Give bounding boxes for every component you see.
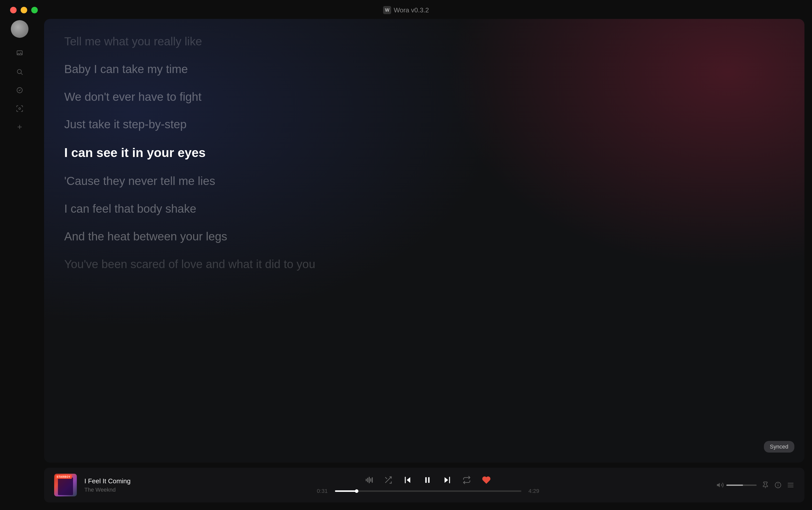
lyric-line: You've been scared of love and what it d… (64, 257, 784, 272)
volume-icon[interactable] (716, 481, 724, 489)
svg-point-4 (19, 108, 21, 109)
lyrics-card: Tell me what you really like Baby I can … (44, 19, 805, 463)
player-bar: STARBOY I Feel It Coming The Weeknd (44, 468, 805, 503)
album-art: STARBOY (54, 474, 77, 497)
tasks-icon[interactable] (12, 83, 26, 97)
app-icon: W (383, 6, 391, 14)
search-icon[interactable] (12, 65, 26, 79)
album-figure (58, 478, 73, 495)
app-title-text: Wora v0.3.2 (394, 6, 429, 14)
scan-icon[interactable] (12, 102, 26, 115)
track-info: I Feel It Coming The Weeknd (84, 477, 140, 493)
shuffle-button[interactable] (384, 476, 392, 484)
pin-icon[interactable] (762, 481, 769, 489)
info-icon[interactable] (774, 481, 782, 489)
synced-badge: Synced (764, 441, 794, 453)
track-name: I Feel It Coming (84, 477, 140, 485)
svg-line-2 (21, 73, 23, 75)
progress-area: 0:31 4:29 (315, 488, 541, 494)
album-label: STARBOY (55, 475, 72, 479)
favorite-button[interactable] (482, 476, 491, 484)
minimize-button[interactable] (21, 7, 27, 13)
volume-area (716, 481, 757, 489)
queue-icon[interactable] (787, 481, 794, 489)
avatar[interactable] (11, 20, 28, 38)
previous-button[interactable] (403, 476, 412, 484)
volume-fill (726, 485, 743, 486)
repeat-button[interactable] (462, 476, 471, 484)
maximize-button[interactable] (31, 7, 38, 13)
svg-point-1 (17, 69, 21, 73)
next-button[interactable] (443, 476, 451, 484)
svg-rect-12 (428, 477, 429, 483)
title-bar: W Wora v0.3.2 (0, 0, 812, 20)
close-button[interactable] (10, 7, 17, 13)
progress-bar[interactable] (335, 490, 521, 492)
sidebar (0, 0, 39, 510)
svg-marker-15 (717, 483, 720, 487)
pause-button[interactable] (423, 476, 432, 484)
add-icon[interactable] (12, 120, 26, 134)
svg-marker-13 (445, 477, 448, 483)
current-time: 0:31 (315, 488, 330, 494)
svg-line-8 (385, 477, 387, 479)
lyric-line-active: I can see it in your eyes (64, 145, 784, 161)
content-area: Tell me what you really like Baby I can … (39, 0, 812, 510)
lyric-line: I can feel that body shake (64, 201, 784, 217)
lyric-line: Just take it step-by-step (64, 117, 784, 132)
traffic-lights (10, 7, 38, 13)
lyrics-container: Tell me what you really like Baby I can … (44, 19, 805, 463)
right-controls (716, 481, 794, 489)
player-controls (366, 476, 491, 484)
library-icon[interactable] (12, 46, 26, 60)
waveform-button[interactable] (366, 477, 373, 484)
lyric-line: Tell me what you really like (64, 34, 784, 49)
lyric-line: And the heat between your legs (64, 229, 784, 244)
svg-marker-9 (407, 477, 410, 483)
svg-rect-11 (425, 477, 427, 483)
player-controls-area: 0:31 4:29 (147, 476, 709, 494)
progress-fill (335, 490, 357, 492)
lyric-line: 'Cause they never tell me lies (64, 174, 784, 189)
lyric-line: Baby I can take my time (64, 62, 784, 77)
main-layout: Tell me what you really like Baby I can … (0, 0, 812, 510)
volume-bar[interactable] (726, 485, 757, 486)
total-time: 4:29 (527, 488, 541, 494)
app-title: W Wora v0.3.2 (383, 6, 429, 14)
track-artist: The Weeknd (84, 487, 140, 493)
progress-thumb (355, 489, 358, 493)
lyric-line: We don't ever have to fight (64, 89, 784, 105)
